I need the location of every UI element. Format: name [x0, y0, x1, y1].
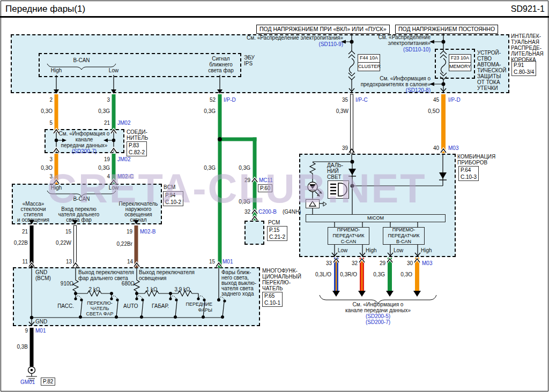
pin-number: 40: [433, 145, 439, 152]
braces: [47, 64, 436, 304]
connector-name: M03: [422, 260, 432, 267]
connector-suffix: (G4NH): [283, 209, 301, 215]
bcm-col1: и освещения: [17, 217, 49, 223]
ref-bcm: P.94 C.10-2: [163, 191, 183, 206]
pin-number: 32: [244, 209, 250, 215]
switch-position-label: ГАБАР.: [152, 303, 169, 310]
leak-unit-label: УСТРОЙ-: [477, 50, 501, 56]
ips-bcan-label: B-CAN: [73, 57, 90, 64]
resistor-value: 680Ω: [122, 281, 135, 287]
pin-number: 3: [49, 174, 53, 180]
connector-name: M01: [222, 259, 233, 265]
ref-page: P.83: [129, 142, 145, 149]
joint-note: См. «Информация о: [59, 131, 110, 137]
cluster-name: КОМБИНАЦИЯ: [457, 154, 495, 160]
bcan-line: ПЕРЕДАТЧИК: [388, 233, 419, 239]
ips-lowbeam-signal: ближнего: [209, 62, 232, 68]
switch-position-label: ПЕРЕДНИЕ: [186, 301, 212, 307]
pin-number: 39: [342, 145, 348, 152]
link-sd200-7[interactable]: (SD200-7): [366, 319, 390, 326]
mfs-out-beam: фар дальнего света: [78, 275, 128, 282]
wire-gauge: 0,22W: [56, 240, 71, 246]
wire-gauge: 0,3O: [41, 165, 53, 171]
fuse-f44-name: CLUSTER: [358, 63, 380, 71]
mfs-gnd-label: GND: [35, 319, 47, 325]
bcan-line: ПРИЕМО-: [388, 227, 419, 233]
connector-name: JM02: [117, 120, 130, 126]
note-power-distribution-1: См. «Распределение электропитания»: [247, 35, 343, 41]
ref-smart-jb: P.91 C.80-3/4: [511, 61, 536, 76]
bcan-line: B-CAN: [388, 239, 419, 245]
switch-name: СВЕТА ФАР: [86, 311, 114, 316]
ref-page: P.94: [165, 192, 181, 199]
leak-unit-label: ТИЧЕСКОЙ: [477, 67, 507, 74]
pin-number: 15: [65, 229, 71, 235]
high-beam-label: ДАЛЬ-: [327, 162, 343, 169]
wire-gauge: 0,3W: [336, 108, 348, 115]
micom-label: MICOM: [367, 215, 384, 221]
connector-name: M03: [448, 145, 458, 152]
note-power-distribution-2: См. «Распределение: [378, 34, 431, 41]
ips-lowbeam-signal: света фар: [208, 67, 234, 74]
pcm-name: PCM: [268, 220, 280, 226]
wire-gauge: 0,3G: [204, 165, 216, 171]
joint-name: СОЕДИ-: [127, 129, 147, 135]
switch-name: ПЕРЕКЛЮ-: [87, 300, 113, 306]
ccan-line: ПЕРЕДАТЧИК: [332, 233, 364, 239]
ref-mfs: P.65 C.10-1: [262, 292, 283, 307]
connector-name: I/P-D: [448, 97, 461, 103]
ref-connector: C.82-2: [129, 149, 145, 156]
link-sd110-9[interactable]: (SD110-9): [319, 41, 343, 48]
pin-number: 15: [209, 259, 215, 265]
pin-number: 45: [433, 97, 439, 103]
link-sd110-10[interactable]: (SD110-10): [403, 47, 431, 53]
link-sd200-5[interactable]: (SD200-5): [366, 313, 390, 320]
mfs-name: ПЕРЕКЛЮ-: [262, 280, 291, 286]
micom-block: MICOM: [306, 214, 446, 222]
link-sd120-8[interactable]: (SD120-8): [406, 87, 431, 94]
mfs-gnd-bcm: (BCM): [35, 275, 51, 282]
smart-jb-label: ЛИТЕЛЬНАЯ: [511, 51, 544, 57]
resistor-value: 910Ω: [61, 281, 73, 287]
pin-number: 5: [49, 120, 53, 126]
mfs-lowbeam-note: заднего хода: [221, 291, 254, 297]
pin-number: 3: [49, 156, 53, 163]
leak-unit-label: ОТ ТОКА: [477, 79, 500, 86]
ref-gm01: P.82: [41, 378, 55, 386]
fuse-f44-id: F44 10A: [358, 55, 380, 63]
ref-connector: C.10-3: [461, 174, 477, 180]
pin-number: 35: [342, 97, 348, 103]
mfs-out-light: Выход переключателя: [139, 269, 195, 276]
pin-number: 19: [104, 156, 110, 163]
pin-number: 29: [244, 177, 250, 184]
connector-name: C200-B: [258, 209, 277, 215]
page-title: Передние фары(1): [5, 4, 85, 14]
ground-name: GM01: [20, 379, 35, 386]
pin-number: 13: [66, 259, 72, 265]
ips-lowbeam-signal: Сигнал: [212, 56, 229, 62]
pin-number: 33: [326, 260, 332, 267]
can-signal-label: Low: [338, 247, 347, 254]
ref-pcm: P.15 C.21-2: [267, 226, 287, 241]
leak-unit-label: АВТОМА-: [477, 62, 501, 68]
wire-gauge: 0,5O: [428, 108, 440, 115]
pin-number: 29: [380, 260, 385, 267]
link-sd200-7[interactable]: (SD200-7): [72, 148, 97, 155]
connector-name: I/P-C: [355, 97, 368, 103]
pin-number: 11: [23, 259, 28, 265]
ref-page: P.82: [43, 378, 53, 385]
mfs-out-beam: Выход переключателя: [78, 269, 134, 276]
pin-number: 14: [127, 259, 133, 265]
bcm-high-label: High: [51, 185, 62, 191]
bcm-name: BCM: [164, 184, 175, 191]
ref-joint: P.83 C.82-2: [127, 141, 147, 156]
fuse-f23-name: MEMORY: [449, 63, 471, 71]
mfs-name: МНОГОФУНК-: [262, 268, 298, 274]
connector-name: M02-C: [117, 174, 133, 180]
wire-gauge: 0,22B: [14, 240, 28, 246]
banner-power-ign: ПОД НАПРЯЖЕНИЕМ ПРИ «ВКЛ» ИЛИ «ПУСК»: [256, 25, 390, 34]
bcm-col2: света фар: [66, 217, 92, 223]
high-beam-label: СВЕТ: [327, 174, 342, 180]
ref-page: P.60: [260, 185, 270, 192]
zener-block: [306, 199, 320, 208]
